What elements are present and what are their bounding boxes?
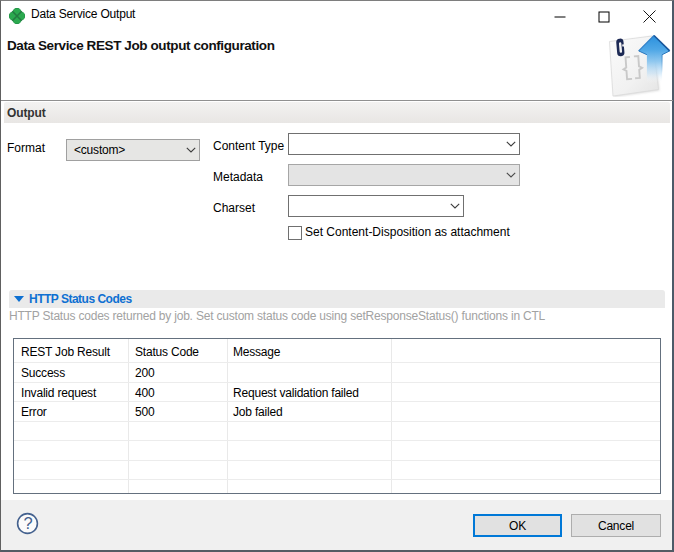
http-status-codes-section-header[interactable]: HTTP Status Codes: [9, 290, 665, 308]
window-title: Data Service Output: [31, 7, 135, 21]
table-cell: Success: [21, 366, 65, 380]
http-section-description: HTTP Status codes returned by job. Set c…: [9, 309, 545, 323]
column-header-rest-job-result: REST Job Result: [21, 345, 110, 359]
maximize-icon: [598, 11, 610, 23]
maximize-button[interactable]: [581, 1, 627, 32]
chevron-down-icon: [506, 172, 516, 178]
header-separator: [1, 100, 673, 101]
table-cell: Request validation failed: [233, 386, 359, 400]
minimize-button[interactable]: [537, 1, 583, 32]
ok-button[interactable]: OK: [473, 514, 562, 537]
column-header-status-code: Status Code: [135, 345, 199, 359]
format-value: <custom>: [74, 143, 125, 157]
minimize-icon: [554, 11, 566, 23]
table-cell: 400: [135, 386, 154, 400]
table-cell: Error: [21, 405, 47, 419]
table-grid-hline: [14, 421, 660, 422]
svg-text:?: ?: [23, 514, 32, 532]
table-grid-hline: [14, 479, 660, 480]
button-bar: ? OK Cancel: [1, 500, 672, 550]
format-label: Format: [7, 141, 45, 155]
status-codes-table[interactable]: REST Job ResultStatus CodeMessageSuccess…: [13, 338, 661, 494]
title-bar[interactable]: Data Service Output: [1, 1, 672, 32]
close-button[interactable]: [626, 1, 672, 32]
table-cell: 500: [135, 405, 154, 419]
table-grid-hline: [14, 382, 660, 383]
content-disposition-label: Set Content-Disposition as attachment: [305, 225, 510, 239]
chevron-down-icon: [450, 203, 460, 209]
metadata-combobox[interactable]: [288, 164, 520, 186]
charset-label: Charset: [213, 201, 255, 215]
table-grid-hline: [14, 362, 660, 363]
chevron-down-icon: [186, 147, 196, 153]
help-button[interactable]: ?: [16, 512, 39, 535]
table-cell: 200: [135, 366, 154, 380]
output-section-title: Output: [7, 106, 46, 120]
dialog-heading: Data Service REST Job output configurati…: [7, 38, 274, 53]
table-grid-hline: [14, 440, 660, 441]
output-document-icon: [600, 31, 674, 97]
http-section-title: HTTP Status Codes: [29, 292, 132, 306]
cancel-button[interactable]: Cancel: [571, 514, 661, 537]
output-section-header: Output: [4, 102, 670, 123]
format-combobox[interactable]: <custom>: [66, 139, 200, 161]
dialog-window: Data Service Output Data Service REST Jo…: [0, 0, 674, 552]
chevron-down-icon: [506, 141, 516, 147]
table-cell: Invalid request: [21, 386, 96, 400]
cancel-button-label: Cancel: [598, 519, 634, 533]
content-disposition-checkbox[interactable]: [288, 226, 302, 240]
metadata-label: Metadata: [213, 170, 263, 184]
close-icon: [643, 10, 656, 23]
ok-button-label: OK: [509, 519, 526, 533]
content-type-combobox[interactable]: [288, 133, 520, 155]
charset-combobox[interactable]: [288, 195, 464, 217]
table-cell: Job failed: [233, 405, 282, 419]
content-type-label: Content Type: [213, 139, 284, 153]
app-icon: [9, 8, 25, 24]
table-grid-hline: [14, 460, 660, 461]
collapse-triangle-icon: [14, 296, 24, 302]
column-header-message: Message: [233, 345, 280, 359]
table-grid-hline: [14, 401, 660, 402]
